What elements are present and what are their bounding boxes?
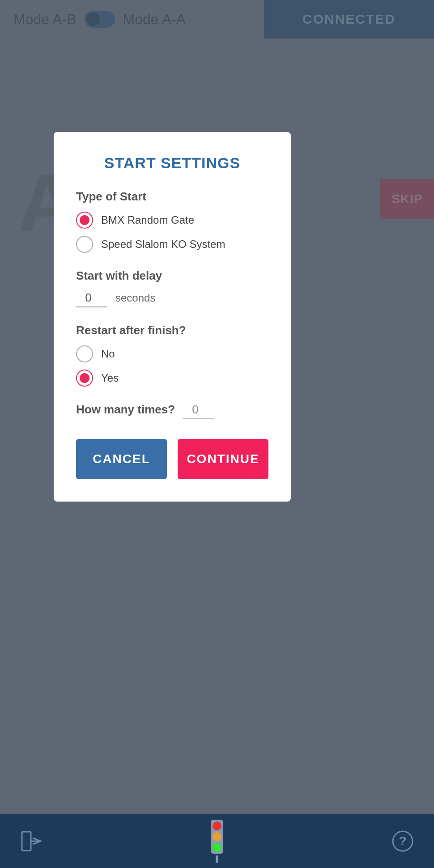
help-icon[interactable]: ? [389, 828, 416, 855]
type-of-start-label: Type of Start [76, 190, 268, 204]
tl-post [216, 855, 218, 863]
cancel-button[interactable]: CANCEL [76, 439, 167, 479]
tl-yellow [213, 832, 221, 841]
radio-yes[interactable]: Yes [76, 370, 268, 387]
traffic-light-icon[interactable] [204, 828, 230, 855]
radio-no[interactable]: No [76, 345, 268, 362]
tl-green [213, 843, 221, 852]
traffic-light-graphic [211, 820, 223, 863]
delay-label: Start with delay [76, 269, 268, 283]
modal-title: START SETTINGS [76, 154, 268, 172]
delay-input[interactable] [76, 291, 107, 307]
bottom-bar: ? [0, 814, 434, 868]
exit-icon[interactable] [18, 828, 45, 855]
radio-speed-label: Speed Slalom KO System [101, 238, 225, 251]
radio-yes-label: Yes [101, 372, 119, 384]
radio-yes-outer [76, 370, 93, 387]
radio-no-label: No [101, 348, 115, 360]
radio-bmx-inner [80, 215, 89, 225]
delay-unit: seconds [115, 292, 155, 304]
modal-button-row: CANCEL CONTINUE [76, 439, 268, 479]
radio-bmx[interactable]: BMX Random Gate [76, 212, 268, 229]
svg-rect-0 [22, 832, 31, 851]
how-many-input[interactable] [183, 403, 214, 419]
how-many-row: How many times? [76, 403, 268, 419]
how-many-label: How many times? [76, 403, 175, 417]
radio-speed-slalom[interactable]: Speed Slalom KO System [76, 236, 268, 253]
radio-no-outer [76, 345, 93, 362]
radio-yes-inner [80, 373, 89, 383]
radio-bmx-label: BMX Random Gate [101, 214, 194, 226]
svg-text:?: ? [399, 834, 406, 848]
tl-red [213, 821, 221, 830]
modal-overlay: START SETTINGS Type of Start BMX Random … [0, 0, 434, 868]
radio-bmx-outer [76, 212, 93, 229]
radio-speed-outer [76, 236, 93, 253]
delay-row: seconds [76, 291, 268, 307]
restart-group: No Yes [76, 345, 268, 387]
start-settings-modal: START SETTINGS Type of Start BMX Random … [54, 132, 291, 502]
start-type-group: BMX Random Gate Speed Slalom KO System [76, 212, 268, 253]
restart-label: Restart after finish? [76, 323, 268, 337]
continue-button[interactable]: CONTINUE [178, 439, 268, 479]
